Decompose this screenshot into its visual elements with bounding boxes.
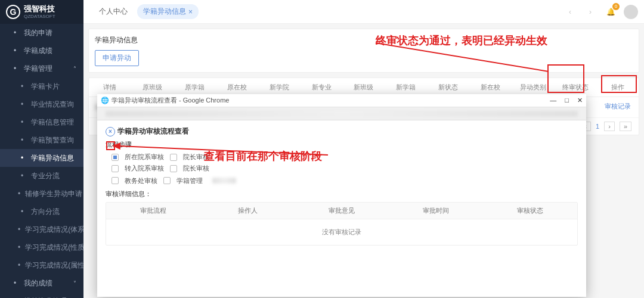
chevron-icon: ˅ <box>73 280 76 287</box>
nav-sys1[interactable]: •学习完成情况(体系) <box>0 221 83 238</box>
nav-left-icon[interactable]: ‹ <box>563 5 577 19</box>
apply-button[interactable]: 申请异动 <box>95 50 139 66</box>
globe-icon: 🌐 <box>101 97 109 104</box>
nav-early[interactable]: •提前毕业管理˅ <box>0 292 83 298</box>
nav-icon: • <box>18 225 20 234</box>
section-steps: 流程步骤 <box>106 140 578 149</box>
step-row-2: 教务处审核学籍管理 <box>112 175 578 186</box>
dth-3: 审批时间 <box>389 203 483 219</box>
nav-icon: • <box>18 118 26 126</box>
dialog-title-row: × 学籍异动审核流程查看 <box>106 126 578 136</box>
nav-icon: • <box>18 136 26 144</box>
dth-2: 审批意见 <box>295 203 389 219</box>
nav-sys3[interactable]: •学习完成情况(属性) <box>0 256 83 274</box>
dialog-window-title: 学籍异动审核流程查看 - Google Chrome <box>112 96 229 105</box>
dialog-url <box>97 107 586 120</box>
nav-icon: • <box>11 279 19 287</box>
panel-title: 学籍异动信息 <box>95 35 633 45</box>
nav-icon: • <box>11 64 19 73</box>
nav-icon: • <box>18 100 26 108</box>
chevron-icon: ˄ <box>73 66 76 72</box>
nav-icon: • <box>11 46 19 55</box>
topbar: 个人中心 学籍异动信息 × ‹ › 🔔0 <box>83 0 644 24</box>
bell-icon[interactable]: 🔔0 <box>603 5 618 19</box>
step-radio[interactable] <box>163 177 171 184</box>
nav-sys2[interactable]: •学习完成情况(性质) <box>0 238 83 256</box>
nav-icon: • <box>18 207 26 216</box>
dth-1: 操作人 <box>200 203 295 219</box>
annotation-top: 终审状态为通过，表明已经异动生效 <box>376 33 547 48</box>
dialog-chrome: 🌐 学籍异动审核流程查看 - Google Chrome — □ ✕ <box>97 94 586 107</box>
dth-4: 审核状态 <box>483 203 577 219</box>
step-row-0: 所在院系审核院长审核 <box>112 153 578 162</box>
logo: G 强智科技 QZDATASOFT <box>0 0 83 24</box>
step-radio[interactable] <box>170 165 177 172</box>
pager-last[interactable]: » <box>620 122 631 131</box>
dialog-title: 学籍异动审核流程查看 <box>117 126 189 136</box>
pager-next[interactable]: › <box>604 122 615 131</box>
step-radio[interactable] <box>170 154 177 161</box>
nav-right-icon[interactable]: › <box>583 5 597 19</box>
annotation-mid: 查看目前在那个审核阶段 <box>204 149 322 163</box>
td-12: 审核记录 <box>596 97 639 117</box>
nav-icon: • <box>18 82 26 91</box>
pager-page[interactable]: 1 <box>596 123 599 130</box>
logo-sub: QZDATASOFT <box>24 14 55 19</box>
dth-0: 审批流程 <box>106 203 200 219</box>
dialog-table: 审批流程操作人审批意见审批时间审核状态 没有审核记录 <box>106 202 578 246</box>
logo-icon: G <box>6 5 20 19</box>
maximize-icon[interactable]: □ <box>565 97 569 104</box>
active-tab[interactable]: 学籍异动信息 × <box>137 4 199 19</box>
sidebar: G 强智科技 QZDATASOFT •我的申请•学籍成绩•学籍管理˄•学籍卡片•… <box>0 0 83 298</box>
nav-icon: • <box>18 261 20 269</box>
dialog: 🌐 学籍异动审核流程查看 - Google Chrome — □ ✕ × 学籍异… <box>97 94 586 297</box>
logo-brand: 强智科技 <box>24 5 55 13</box>
nav-icon: • <box>18 243 20 252</box>
nav-icon: • <box>11 29 19 37</box>
step-row-1: 转入院系审核院长审核 <box>112 164 578 173</box>
annotation-box-step <box>106 141 115 150</box>
nav-dir[interactable]: •方向分流 <box>0 203 83 221</box>
close-tab-icon[interactable]: × <box>188 8 193 16</box>
dialog-empty: 没有审核记录 <box>106 219 577 245</box>
annotation-box-status <box>547 64 584 93</box>
nav-icon: • <box>18 172 26 180</box>
nav-xueji-info[interactable]: •学籍信息管理 <box>0 113 83 131</box>
nav-major[interactable]: •专业分流 <box>0 167 83 185</box>
section-detail: 审核详细信息： <box>106 190 578 198</box>
dialog-close-icon[interactable]: × <box>106 127 115 136</box>
nav-score[interactable]: •我的成绩˅ <box>0 274 83 292</box>
nav-grad[interactable]: •毕业情况查询 <box>0 95 83 113</box>
audit-record-link[interactable]: 审核记录 <box>605 103 631 110</box>
nav-icon: • <box>18 190 20 198</box>
step-radio[interactable] <box>112 165 119 172</box>
nav-change[interactable]: •学籍异动信息 <box>0 149 83 167</box>
step-radio[interactable] <box>112 177 119 184</box>
nav-xueji[interactable]: •学籍管理˄ <box>0 60 83 77</box>
step-radio[interactable] <box>112 154 119 161</box>
home-tab[interactable]: 个人中心 <box>93 4 134 19</box>
nav-grades[interactable]: •学籍成绩 <box>0 42 83 60</box>
minimize-icon[interactable]: — <box>550 97 556 104</box>
annotation-box-action <box>601 75 637 93</box>
nav-icon: • <box>18 154 26 162</box>
nav-minor[interactable]: •辅修学生异动申请 <box>0 185 83 203</box>
nav-my-app[interactable]: •我的申请 <box>0 24 83 42</box>
nav-card[interactable]: •学籍卡片 <box>0 77 83 95</box>
avatar[interactable] <box>624 5 638 19</box>
window-close-icon[interactable]: ✕ <box>577 97 583 104</box>
nav-warn[interactable]: •学籍预警查询 <box>0 131 83 149</box>
